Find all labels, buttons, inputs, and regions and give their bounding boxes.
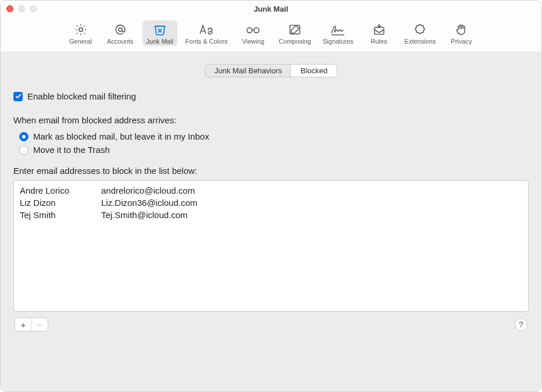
toolbar-item-label: Composing [279,38,311,45]
blocked-list-heading: Enter email addresses to block in the li… [13,156,529,180]
remove-button[interactable]: − [31,318,48,331]
tab-segmented-control: Junk Mail Behaviors Blocked [205,64,338,77]
tab-junk-mail-behaviors[interactable]: Junk Mail Behaviors [205,65,291,77]
toolbar-item-viewing[interactable]: Viewing [236,20,270,46]
titlebar: Junk Mail [1,1,541,17]
toolbar-item-signatures[interactable]: Signatures [319,20,357,46]
blocked-name: Tej Smith [20,210,101,220]
toolbar-item-junk-mail[interactable]: Junk Mail [142,20,177,46]
toolbar-item-privacy[interactable]: Privacy [444,20,479,46]
glasses-icon [244,23,262,37]
blocked-email: andrelorico@icloud.com [101,186,195,195]
plus-icon: + [21,320,26,330]
list-footer: + − ? [13,312,529,332]
toolbar-item-label: General [69,38,92,45]
tab-blocked[interactable]: Blocked [291,64,337,77]
toolbar-item-label: Signatures [323,38,354,45]
toolbar-item-label: Junk Mail [146,38,173,45]
minus-icon: − [37,320,42,330]
radio-button[interactable] [19,145,28,155]
signature-icon [329,23,347,37]
arrival-heading: When email from blocked address arrives: [13,112,529,130]
traffic-lights [6,5,37,12]
at-sign-icon [112,23,129,37]
close-window-button[interactable] [6,5,13,12]
enable-blocked-filtering-label: Enable blocked mail filtering [27,91,136,101]
enable-blocked-filtering-row[interactable]: Enable blocked mail filtering [13,89,529,112]
add-button[interactable]: + [15,318,31,331]
blocked-addresses-list[interactable]: Andre Lorico andrelorico@icloud.com Liz … [13,180,529,312]
help-button[interactable]: ? [515,318,527,331]
toolbar-item-extensions[interactable]: Extensions [401,20,440,46]
toolbar-item-label: Privacy [451,38,472,45]
preferences-toolbar: General Accounts Junk Mail [1,17,541,52]
list-item[interactable]: Tej Smith Tej.Smith@icloud.com [20,209,522,221]
toolbar-item-general[interactable]: General [63,20,98,46]
enable-blocked-filtering-checkbox[interactable] [13,92,23,101]
radio-label: Move it to the Trash [33,145,110,155]
blocked-email: Tej.Smith@icloud.com [101,210,188,220]
junk-mail-icon [151,23,169,37]
toolbar-item-accounts[interactable]: Accounts [103,20,138,46]
svg-point-2 [247,28,252,33]
blocked-settings-section: Enable blocked mail filtering When email… [13,87,529,337]
toolbar-item-composing[interactable]: Composing [275,20,315,46]
toolbar-item-label: Fonts & Colors [186,38,228,45]
blocked-email: Liz.Dizon36@icloud.com [101,198,197,208]
window-title: Junk Mail [1,5,541,13]
add-remove-control: + − [15,318,48,332]
gear-icon [72,23,90,37]
toolbar-item-fonts-colors[interactable]: Fonts & Colors [182,20,231,46]
rules-icon [370,23,388,37]
hand-icon [452,23,470,37]
puzzle-icon [411,23,429,37]
content-area: Junk Mail Behaviors Blocked Enable block… [1,52,541,391]
radio-button[interactable] [19,132,28,141]
toolbar-item-label: Rules [371,38,387,45]
toolbar-item-label: Extensions [405,38,436,45]
toolbar-item-label: Accounts [107,38,133,45]
preferences-window: Junk Mail General Accounts [0,0,542,392]
tab-segmented-container: Junk Mail Behaviors Blocked [13,52,529,87]
fonts-colors-icon [198,23,215,37]
list-item[interactable]: Liz Dizon Liz.Dizon36@icloud.com [20,197,522,209]
svg-point-1 [118,28,122,31]
toolbar-item-rules[interactable]: Rules [362,20,397,46]
svg-point-3 [254,28,259,33]
blocked-name: Liz Dizon [20,198,101,208]
minimize-window-button[interactable] [18,5,25,12]
toolbar-item-label: Viewing [242,38,264,45]
blocked-name: Andre Lorico [20,186,101,195]
svg-point-0 [79,28,82,31]
radio-mark-leave-inbox[interactable]: Mark as blocked mail, but leave it in my… [13,130,529,143]
list-item[interactable]: Andre Lorico andrelorico@icloud.com [20,184,522,197]
radio-label: Mark as blocked mail, but leave it in my… [33,131,209,141]
compose-icon [286,23,304,37]
zoom-window-button[interactable] [30,5,37,12]
question-mark-icon: ? [519,320,523,329]
radio-move-to-trash[interactable]: Move it to the Trash [13,143,529,156]
